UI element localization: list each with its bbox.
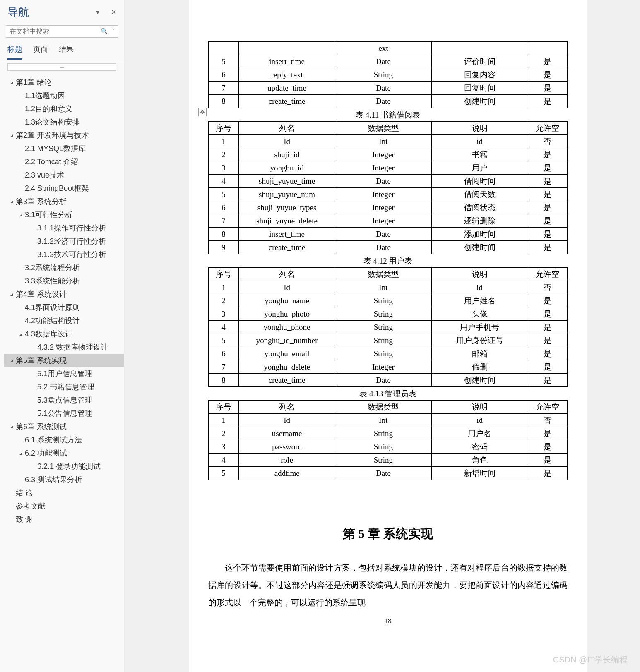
table-cell: 是 [528, 334, 567, 347]
table-cell: 评价时间 [431, 55, 528, 68]
table-cell: Integer [335, 214, 431, 228]
tree-item[interactable]: 6.1 系统测试方法 [4, 433, 124, 446]
tree-item[interactable]: 3.2系统流程分析 [4, 261, 124, 274]
table-cell: 7 [209, 82, 239, 95]
table-cell: shuji_yuyue_delete [239, 214, 335, 228]
table-cell: 序号 [209, 122, 239, 135]
tree-item[interactable]: 4.3.2 数据库物理设计 [4, 341, 124, 354]
tree-item[interactable]: ◢第2章 开发环境与技术 [4, 129, 124, 142]
table-cell: 2 [209, 427, 239, 440]
tree-item[interactable]: 参考文献 [4, 499, 124, 513]
tree-item[interactable]: 3.1.1操作可行性分析 [4, 221, 124, 235]
table-cell: 列名 [239, 401, 335, 414]
collapse-bar[interactable]: — [7, 63, 116, 71]
table-cell: 书籍 [431, 148, 528, 161]
table-cell: 说明 [431, 401, 528, 414]
tree-item[interactable]: 2.1 MYSQL数据库 [4, 142, 124, 155]
table-cell: 5 [209, 188, 239, 201]
tree-item[interactable]: ◢第4章 系统设计 [4, 288, 124, 301]
body-paragraph: 这个环节需要使用前面的设计方案，包括对系统模块的设计，还有对程序后台的数据支持的… [208, 559, 568, 611]
tab-headings[interactable]: 标题 [7, 42, 22, 60]
table-cell: String [335, 427, 431, 440]
table-cell: addtime [239, 467, 335, 480]
table-cell: 角色 [431, 454, 528, 467]
table-cell: 是 [528, 321, 567, 334]
table-cell: 创建时间 [431, 95, 528, 108]
tree-item[interactable]: 2.4 SpringBoot框架 [4, 182, 124, 195]
table-cell: id [431, 414, 528, 427]
tree-item[interactable]: 2.3 vue技术 [4, 168, 124, 182]
tree-item[interactable]: ◢第3章 系统分析 [4, 195, 124, 208]
table-cell: insert_time [239, 55, 335, 68]
table-cell: shuji_id [239, 148, 335, 161]
table-cell: Date [335, 241, 431, 254]
table-cell: 借阅天数 [431, 188, 528, 201]
nav-tabs: 标题 页面 结果 [0, 42, 124, 60]
tab-pages[interactable]: 页面 [33, 42, 48, 60]
chapter-title: 第 5 章 系统实现 [208, 526, 568, 542]
tree-item[interactable]: 5.3盘点信息管理 [4, 394, 124, 407]
table-cell: reply_text [239, 68, 335, 82]
table-cell: String [335, 294, 431, 307]
tree-item[interactable]: 6.2.1 登录功能测试 [4, 460, 124, 473]
table-cell: 允许空 [528, 122, 567, 135]
table-cell: 用户身份证号 [431, 334, 528, 347]
table-cell: 8 [209, 374, 239, 387]
table-cell: 用户姓名 [431, 294, 528, 307]
tree-item[interactable]: 4.2功能结构设计 [4, 314, 124, 327]
tree-item[interactable]: 结 论 [4, 486, 124, 499]
table-cell: yonghu_id [239, 161, 335, 175]
table-cell: 借阅状态 [431, 201, 528, 214]
table-cell: 3 [209, 161, 239, 175]
nav-title: 导航 [7, 5, 29, 19]
close-icon[interactable]: ✕ [111, 8, 116, 16]
tree-item[interactable]: ◢第1章 绪论 [4, 76, 124, 89]
table-cell: 是 [528, 374, 567, 387]
tree-item[interactable]: 3.1.2经济可行性分析 [4, 235, 124, 248]
table-cell: Id [239, 135, 335, 148]
tree-item[interactable]: 5.2 书籍信息管理 [4, 380, 124, 394]
table-cell: 6 [209, 347, 239, 360]
table-cell: String [335, 454, 431, 467]
tree-item[interactable]: ◢6.2 功能测试 [4, 446, 124, 460]
tree-item[interactable]: 3.1.3技术可行性分析 [4, 248, 124, 261]
table-cell: Date [335, 175, 431, 188]
tab-results[interactable]: 结果 [59, 42, 74, 60]
nav-header: 导航 ▾ ✕ [0, 0, 124, 23]
tree-item[interactable]: 5.1用户信息管理 [4, 367, 124, 380]
tree-item[interactable]: 1.3论文结构安排 [4, 115, 124, 129]
tree-item[interactable]: 2.2 Tomcat 介绍 [4, 155, 124, 168]
table-cell: 回复内容 [431, 68, 528, 82]
search-icon[interactable]: 🔍 [101, 28, 108, 34]
tree-item[interactable]: 致 谢 [4, 513, 124, 526]
table-cell: 7 [209, 360, 239, 374]
tree-item[interactable]: 5.1公告信息管理 [4, 407, 124, 420]
tree-item[interactable]: 4.1界面设计原则 [4, 301, 124, 314]
tree-item[interactable]: ◢第6章 系统测试 [4, 420, 124, 433]
watermark: CSDN @IT学长编程 [553, 654, 628, 665]
table-cell: 是 [528, 360, 567, 374]
table-cell: yonghu_photo [239, 307, 335, 321]
dropdown-icon[interactable]: ▾ [96, 8, 99, 16]
table-cell: Date [335, 228, 431, 241]
table-anchor-icon[interactable]: ✥ [198, 108, 207, 116]
table-cell: 是 [528, 161, 567, 175]
table-cell: yonghu_email [239, 347, 335, 360]
tree-item[interactable]: 6.3 测试结果分析 [4, 473, 124, 486]
table-cell: shuji_yuyue_num [239, 188, 335, 201]
table-cell: Date [335, 55, 431, 68]
tree-item[interactable]: ◢3.1可行性分析 [4, 208, 124, 221]
tree-item[interactable]: 3.3系统性能分析 [4, 274, 124, 288]
table-cell: 逻辑删除 [431, 214, 528, 228]
tree-item[interactable]: 1.1选题动因 [4, 89, 124, 102]
tree-item[interactable]: ◢4.3数据库设计 [4, 327, 124, 341]
chevron-down-icon[interactable]: ˅ [112, 28, 115, 34]
table-cell: yonghu_phone [239, 321, 335, 334]
table-cell: 6 [209, 68, 239, 82]
table-cell [239, 42, 335, 55]
tree-item[interactable]: 1.2目的和意义 [4, 102, 124, 115]
table-cell: 列名 [239, 122, 335, 135]
tree-item[interactable]: ◢第5章 系统实现 [4, 354, 124, 367]
table-cell: yonghu_delete [239, 360, 335, 374]
table-cell: 回复时间 [431, 82, 528, 95]
